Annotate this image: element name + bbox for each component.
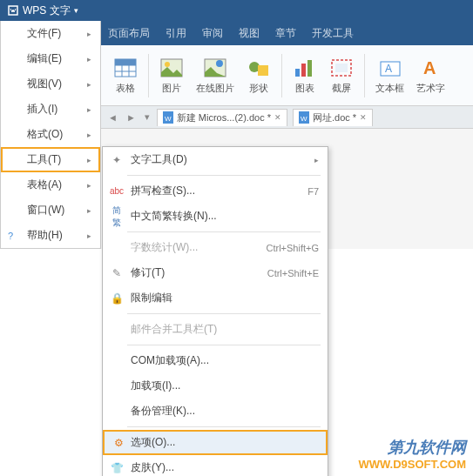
svg-rect-14: [301, 64, 306, 77]
submenu-text-tools[interactable]: ✦文字工具(D)▸: [103, 147, 328, 172]
separator: [148, 54, 149, 97]
menu-insert[interactable]: 插入(I)▸: [1, 97, 100, 122]
svg-text:A: A: [423, 58, 436, 77]
tab-devtools[interactable]: 开发工具: [312, 26, 354, 41]
submenu-mailmerge: 邮件合并工具栏(T): [103, 317, 328, 342]
ribbon-online-picture-button[interactable]: 在线图片: [191, 54, 240, 97]
tab-page-layout[interactable]: 页面布局: [108, 26, 150, 41]
chevron-right-icon: ▸: [314, 156, 319, 164]
separator: [127, 345, 321, 345]
ribbon-content: 表格 图片 在线图片 形状 图表 截屏 A文本框 A艺术字: [101, 45, 473, 106]
chevron-right-icon: ▸: [87, 30, 91, 38]
chart-icon: [293, 56, 317, 80]
chevron-right-icon: ▸: [87, 105, 91, 114]
svg-point-10: [216, 60, 223, 67]
cnconvert-icon: 简繁: [110, 204, 124, 229]
tab-chapter[interactable]: 章节: [275, 26, 296, 41]
menu-tools[interactable]: 工具(T)▸: [1, 147, 100, 172]
shapes-icon: [247, 56, 271, 80]
doc-icon: W: [163, 111, 173, 124]
doc-tab-1[interactable]: W 新建 Micros...(2).doc * ✕: [157, 109, 287, 126]
submenu-spellcheck[interactable]: abc拼写检查(S)...F7: [103, 178, 328, 204]
svg-rect-13: [295, 69, 300, 77]
spellcheck-icon: abc: [110, 186, 124, 196]
separator: [281, 54, 282, 97]
svg-text:W: W: [165, 115, 172, 123]
menu-help[interactable]: ?帮助(H)▸: [1, 223, 100, 248]
watermark-url: WWW.D9SOFT.COM: [359, 458, 467, 471]
chevron-right-icon: ▸: [87, 80, 91, 89]
doc-icon: W: [299, 111, 309, 124]
ribbon-picture-button[interactable]: 图片: [154, 54, 189, 97]
picture-icon: [159, 56, 184, 80]
titlebar: WPS 文字 ▾: [0, 0, 473, 21]
submenu-revise[interactable]: ✎修订(T)Ctrl+Shift+E: [103, 260, 328, 285]
gear-icon: ⚙: [111, 437, 125, 449]
svg-rect-6: [115, 59, 136, 65]
tab-references[interactable]: 引用: [166, 26, 186, 41]
watermark: 第九软件网 WWW.D9SOFT.COM: [359, 437, 467, 471]
nav-forward-icon[interactable]: ►: [125, 112, 138, 123]
submenu-cn-convert[interactable]: 简繁中文简繁转换(N)...: [103, 204, 328, 229]
text-icon: ✦: [110, 154, 124, 166]
online-picture-icon: [203, 56, 227, 80]
wps-logo-icon: [7, 4, 19, 17]
tab-review[interactable]: 审阅: [202, 26, 223, 41]
menu-table[interactable]: 表格(A)▸: [1, 172, 100, 198]
separator: [127, 231, 321, 232]
ribbon-wordart-button[interactable]: A艺术字: [411, 54, 450, 97]
separator: [127, 313, 321, 314]
textbox-icon: A: [378, 56, 402, 80]
table-icon: [113, 56, 138, 80]
svg-text:W: W: [301, 115, 307, 123]
tab-view[interactable]: 视图: [239, 26, 260, 41]
svg-rect-15: [307, 60, 312, 77]
file-menu: 文件(F)▸ 编辑(E)▸ 视图(V)▸ 插入(I)▸ 格式(O)▸ 工具(T)…: [0, 21, 101, 249]
separator: [127, 426, 321, 427]
submenu-skin[interactable]: 👕皮肤(Y)...: [103, 455, 328, 476]
separator: [127, 175, 321, 176]
menu-view[interactable]: 视图(V)▸: [1, 71, 100, 97]
submenu-restrict-edit[interactable]: 🔒限制编辑: [103, 285, 328, 311]
chevron-right-icon: ▸: [87, 131, 91, 139]
lock-icon: 🔒: [110, 292, 124, 305]
nav-dropdown-icon[interactable]: ▾: [143, 111, 152, 123]
app-title-text: WPS 文字: [23, 3, 71, 18]
menu-file[interactable]: 文件(F)▸: [1, 21, 100, 46]
ribbon-table-button[interactable]: 表格: [108, 54, 143, 97]
menu-edit[interactable]: 编辑(E)▸: [1, 46, 100, 71]
document-tabs: ◄ ► ▾ W 新建 Micros...(2).doc * ✕ W 网址.doc…: [101, 106, 473, 129]
skin-icon: 👕: [110, 462, 124, 474]
menu-window[interactable]: 窗口(W)▸: [1, 198, 100, 223]
submenu-com-addins[interactable]: COM加载项(A)...: [103, 348, 328, 373]
chevron-right-icon: ▸: [87, 231, 91, 240]
tools-submenu: ✦文字工具(D)▸ abc拼写检查(S)...F7 简繁中文简繁转换(N)...…: [102, 146, 328, 476]
dropdown-icon: ▾: [74, 6, 78, 15]
submenu-wordcount: 字数统计(W)...Ctrl+Shift+G: [103, 235, 328, 260]
chevron-right-icon: ▸: [87, 206, 91, 215]
nav-back-icon[interactable]: ◄: [106, 112, 119, 123]
watermark-title: 第九软件网: [359, 437, 467, 458]
close-icon[interactable]: ✕: [274, 113, 281, 122]
ribbon-screenshot-button[interactable]: 截屏: [324, 54, 359, 97]
ribbon-textbox-button[interactable]: A文本框: [370, 54, 409, 97]
revise-icon: ✎: [110, 267, 124, 279]
ribbon-chart-button[interactable]: 图表: [287, 54, 322, 97]
menu-format[interactable]: 格式(O)▸: [1, 122, 100, 147]
app-title[interactable]: WPS 文字 ▾: [0, 3, 85, 18]
wordart-icon: A: [419, 56, 443, 80]
submenu-addins[interactable]: 加载项(I)...: [103, 373, 328, 399]
svg-rect-12: [258, 65, 268, 76]
ribbon-shapes-button[interactable]: 形状: [241, 54, 276, 97]
separator: [364, 54, 365, 97]
chevron-right-icon: ▸: [87, 181, 91, 190]
submenu-backup[interactable]: 备份管理(K)...: [103, 399, 328, 424]
doc-tab-2[interactable]: W 网址.doc * ✕: [293, 109, 373, 126]
screenshot-icon: [329, 56, 354, 80]
chevron-right-icon: ▸: [87, 55, 91, 64]
submenu-options[interactable]: ⚙选项(O)...: [103, 430, 328, 455]
ribbon-tabs: 页面布局 引用 审阅 视图 章节 开发工具: [101, 21, 473, 45]
close-icon[interactable]: ✕: [360, 113, 367, 122]
chevron-right-icon: ▸: [87, 156, 91, 164]
svg-rect-17: [335, 64, 348, 72]
